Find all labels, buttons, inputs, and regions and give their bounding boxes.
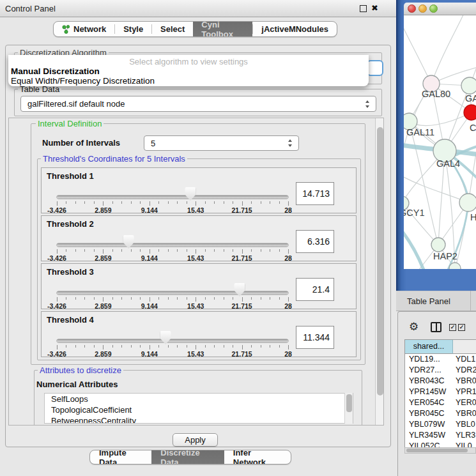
tab-infer-network[interactable]: Infer Network xyxy=(224,450,291,464)
settings-vertical-scrollbar[interactable] xyxy=(375,118,384,426)
minimize-traffic-light-icon[interactable] xyxy=(418,4,427,13)
slider-scale-label: 21.715 xyxy=(232,206,252,214)
attributes-list-scrollbar[interactable] xyxy=(344,393,353,424)
network-node-label: HAP2 xyxy=(433,251,457,261)
threshold-2-slider-track[interactable] xyxy=(57,243,288,247)
tab-discretize-data-label: Discretize Data xyxy=(160,450,215,464)
tab-select[interactable]: Select xyxy=(152,22,193,36)
slider-scale-label: 28 xyxy=(284,254,292,262)
cell-name[interactable]: YDL1 xyxy=(453,354,476,365)
slider-tick xyxy=(121,249,122,252)
close-traffic-light-icon[interactable] xyxy=(408,4,416,13)
cell-shared-name[interactable]: YDL19... xyxy=(405,354,453,365)
attribute-list-item[interactable]: BetweennessCentrality xyxy=(45,415,353,424)
slider-tick xyxy=(205,297,206,300)
dropdown-placeholder-option[interactable]: Select algorithm to view settings xyxy=(8,57,369,66)
slider-tick xyxy=(270,297,270,300)
checkbox-icon[interactable]: ✓ xyxy=(449,324,456,331)
cell-shared-name[interactable]: YBR045C xyxy=(405,408,453,419)
tab-impute-data-label: Impute Data xyxy=(99,450,142,464)
numerical-attributes-list[interactable]: SelfLoopsTopologicalCoefficientBetweenne… xyxy=(44,393,353,424)
checkbox-icon[interactable]: ✓ xyxy=(458,324,465,331)
threshold-1-slider-track[interactable] xyxy=(57,196,288,199)
network-view-canvas[interactable]: GAL80GACGAL11GAL4GCY1HHAP2 xyxy=(404,15,476,269)
tab-discretize-data[interactable]: Discretize Data xyxy=(151,450,224,464)
scrollbar-thumb[interactable] xyxy=(406,449,468,452)
table-data-combobox[interactable]: galFiltered.sif default node xyxy=(20,96,376,112)
slider-tick xyxy=(94,249,95,252)
cell-shared-name[interactable]: YDR27... xyxy=(405,365,453,376)
column-header-name[interactable]: na xyxy=(453,340,476,354)
attribute-list-item[interactable]: SelfLoops xyxy=(45,394,353,404)
zoom-traffic-light-icon[interactable] xyxy=(429,4,438,13)
table-row[interactable]: YLR345WYLR3 xyxy=(405,430,476,441)
table-row[interactable]: YBR043CYBR0 xyxy=(405,376,476,387)
table-row[interactable]: YER054CYER0 xyxy=(405,397,476,408)
slider-tick xyxy=(242,249,243,254)
cell-name[interactable]: YPR1 xyxy=(453,387,476,397)
split-columns-icon[interactable] xyxy=(431,322,441,332)
slider-tick xyxy=(112,297,113,300)
tab-jactivemnodules[interactable]: jActiveMNodules xyxy=(253,22,337,36)
slider-tick xyxy=(261,249,261,252)
threshold-2-value-field[interactable]: 6.316 xyxy=(296,230,334,253)
close-icon[interactable]: ✖ xyxy=(371,3,378,13)
number-of-intervals-label: Number of Intervals xyxy=(42,138,120,148)
cell-shared-name[interactable]: YLR345W xyxy=(405,430,453,441)
network-node[interactable] xyxy=(459,194,476,211)
network-node[interactable] xyxy=(461,77,476,94)
threshold-4-slider-track[interactable] xyxy=(57,339,288,342)
column-header-shared-name[interactable]: shared... xyxy=(405,340,453,354)
dropdown-option-equal-width[interactable]: Equal Width/Frequency Discretization xyxy=(11,76,155,86)
network-node-label: GCY1 xyxy=(404,208,425,218)
slider-tick xyxy=(84,201,85,204)
table-horizontal-scrollbar[interactable] xyxy=(404,447,476,454)
cell-name[interactable]: YBR0 xyxy=(453,408,476,419)
apply-button[interactable]: Apply xyxy=(173,433,218,447)
slider-tick xyxy=(205,249,206,252)
cell-shared-name[interactable]: YBR043C xyxy=(405,376,453,387)
tab-cyni-toolbox[interactable]: Cyni Toolbox xyxy=(193,22,252,36)
slider-tick xyxy=(214,345,215,348)
cell-shared-name[interactable]: YBL079W xyxy=(405,419,453,430)
scrollbar-thumb[interactable] xyxy=(377,127,383,395)
table-row[interactable]: YBL079WYBL0 xyxy=(405,419,476,430)
threshold-1-value-field[interactable]: 14.713 xyxy=(296,182,334,205)
gear-icon[interactable]: ⚙ xyxy=(409,320,418,333)
slider-tick xyxy=(196,345,196,349)
cell-name[interactable]: YDR2 xyxy=(453,365,476,376)
float-window-icon[interactable] xyxy=(360,5,367,12)
network-node-label: GA xyxy=(465,93,476,104)
tab-style[interactable]: Style xyxy=(115,22,151,36)
table-row[interactable]: YDR27...YDR2 xyxy=(405,365,476,376)
slider-tick xyxy=(288,201,289,206)
algorithm-combobox-focused[interactable] xyxy=(367,60,383,76)
network-node[interactable] xyxy=(464,105,476,120)
tab-impute-data[interactable]: Impute Data xyxy=(90,450,151,464)
slider-tick xyxy=(103,297,104,302)
dropdown-option-manual-discretization[interactable]: Manual Discretization xyxy=(11,66,100,76)
threshold-3-value-field[interactable]: 21.4 xyxy=(296,278,334,301)
slider-scale-labels: -3.4262.8599.14415.4321.71528 xyxy=(57,302,288,310)
cell-shared-name[interactable]: YER054C xyxy=(405,397,453,408)
network-node-hap2[interactable] xyxy=(431,238,445,252)
table-row[interactable]: YDL19...YDL1 xyxy=(405,354,476,365)
threshold-4-value-field[interactable]: 11.344 xyxy=(296,326,334,349)
cell-shared-name[interactable]: YPR145W xyxy=(405,387,453,397)
attribute-list-item[interactable]: TopologicalCoefficient xyxy=(45,404,353,415)
table-row[interactable]: YPR145WYPR1 xyxy=(405,387,476,397)
table-row[interactable]: YBR045CYBR0 xyxy=(405,408,476,419)
cell-name[interactable]: YBR0 xyxy=(453,376,476,387)
cell-name[interactable]: YLR3 xyxy=(453,430,476,441)
threshold-3-slider-track[interactable] xyxy=(57,291,288,295)
panel-title: Control Panel xyxy=(5,4,56,13)
slider-tick xyxy=(177,345,178,348)
cell-name[interactable]: YBL0 xyxy=(453,419,476,430)
scrollbar-thumb[interactable] xyxy=(346,394,352,412)
cell-name[interactable]: YER0 xyxy=(453,397,476,408)
tab-network[interactable]: Network xyxy=(54,22,114,36)
number-of-intervals-combobox[interactable]: 5 xyxy=(144,135,299,151)
combo-arrows-icon xyxy=(288,139,293,147)
slider-scale-labels: -3.4262.8599.14415.4321.71528 xyxy=(57,206,288,214)
slider-tick xyxy=(214,249,215,252)
